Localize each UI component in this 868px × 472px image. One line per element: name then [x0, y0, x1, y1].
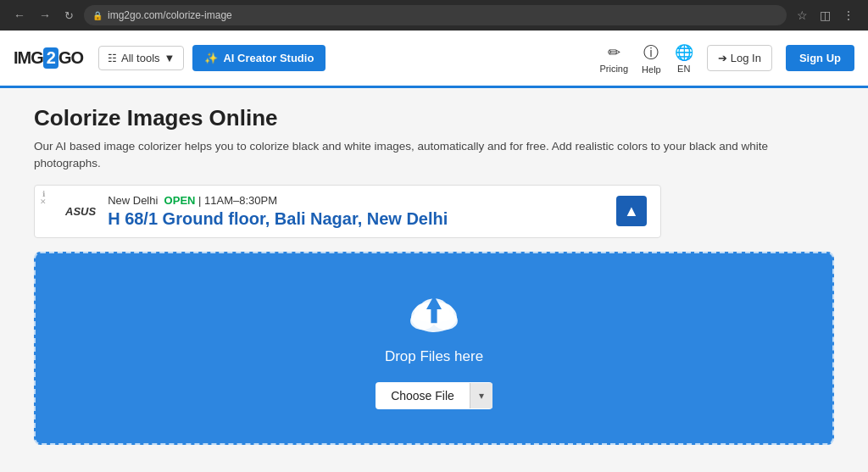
- ad-close-icon[interactable]: ✕: [40, 198, 47, 207]
- ad-open: OPEN: [164, 194, 196, 207]
- globe-icon: 🌐: [675, 43, 693, 62]
- drop-text: Drop Files here: [385, 348, 483, 365]
- language-nav-item[interactable]: 🌐 EN: [675, 43, 693, 74]
- login-label: Log In: [731, 52, 761, 64]
- ad-banner: ℹ ✕ ASUS New Delhi OPEN | 11AM–8:30PM H …: [34, 185, 661, 238]
- chevron-down-icon: ▼: [164, 52, 175, 64]
- logo-go: GO: [58, 48, 83, 68]
- address-bar[interactable]: 🔒 img2go.com/colorize-image: [84, 5, 787, 25]
- browser-actions: ☆ ◫ ⋮: [793, 7, 858, 24]
- upload-cloud-icon: [403, 287, 465, 338]
- login-icon: ➔: [718, 52, 727, 64]
- page-description: Our AI based image colorizer helps you t…: [34, 138, 834, 173]
- browser-chrome: ← → ↻ 🔒 img2go.com/colorize-image ☆ ◫ ⋮: [0, 0, 868, 31]
- ad-hours: | 11AM–8:30PM: [195, 194, 277, 207]
- login-button[interactable]: ➔ Log In: [707, 45, 772, 71]
- ad-logo: ASUS: [65, 205, 96, 218]
- refresh-button[interactable]: ↻: [61, 8, 77, 24]
- ai-creator-label: AI Creator Studio: [223, 52, 314, 64]
- forward-button[interactable]: →: [36, 7, 54, 24]
- back-button[interactable]: ←: [10, 7, 29, 24]
- logo-img: IMG: [14, 48, 43, 68]
- ai-creator-button[interactable]: ✨ AI Creator Studio: [192, 45, 326, 71]
- menu-button[interactable]: ⋮: [839, 7, 858, 24]
- choose-file-chevron-icon: ▾: [470, 383, 492, 408]
- page-title: Colorize Images Online: [34, 105, 834, 131]
- grid-icon: ☷: [108, 53, 117, 64]
- choose-file-label: Choose File: [376, 382, 470, 409]
- signup-label: Sign Up: [799, 52, 841, 64]
- all-tools-label: All tools: [121, 52, 160, 64]
- extensions-button[interactable]: ◫: [816, 7, 834, 24]
- help-icon: ⓘ: [643, 42, 659, 63]
- all-tools-button[interactable]: ☷ All tools ▼: [98, 46, 184, 70]
- ad-top-line: New Delhi OPEN | 11AM–8:30PM: [108, 194, 604, 207]
- ad-content: New Delhi OPEN | 11AM–8:30PM H 68/1 Grou…: [108, 194, 604, 229]
- star-button[interactable]: ☆: [793, 7, 811, 24]
- navbar-right: ✏ Pricing ⓘ Help 🌐 EN ➔ Log In Sign Up: [599, 42, 854, 75]
- help-label: Help: [642, 64, 661, 75]
- page-content: Colorize Images Online Our AI based imag…: [0, 88, 868, 472]
- logo-2: 2: [43, 47, 58, 69]
- ad-city: New Delhi: [108, 194, 164, 207]
- choose-file-button[interactable]: Choose File ▾: [376, 382, 492, 409]
- pricing-nav-item[interactable]: ✏ Pricing: [599, 43, 628, 74]
- pricing-icon: ✏: [608, 43, 620, 62]
- ad-info: ℹ ✕: [40, 191, 47, 208]
- ad-arrow-icon: ▲: [616, 196, 647, 226]
- lang-label: EN: [677, 64, 690, 74]
- help-nav-item[interactable]: ⓘ Help: [642, 42, 661, 75]
- lock-icon: 🔒: [92, 11, 103, 20]
- signup-button[interactable]: Sign Up: [786, 45, 854, 71]
- navbar: IMG2GO ☷ All tools ▼ ✨ AI Creator Studio…: [0, 31, 868, 88]
- drop-zone[interactable]: Drop Files here Choose File ▾: [34, 252, 834, 445]
- logo[interactable]: IMG2GO: [14, 47, 83, 69]
- pricing-label: Pricing: [599, 64, 628, 74]
- address-bar-url: img2go.com/colorize-image: [108, 9, 232, 21]
- ai-icon: ✨: [204, 52, 218, 64]
- ad-address: H 68/1 Ground floor, Bali Nagar, New Del…: [108, 209, 604, 229]
